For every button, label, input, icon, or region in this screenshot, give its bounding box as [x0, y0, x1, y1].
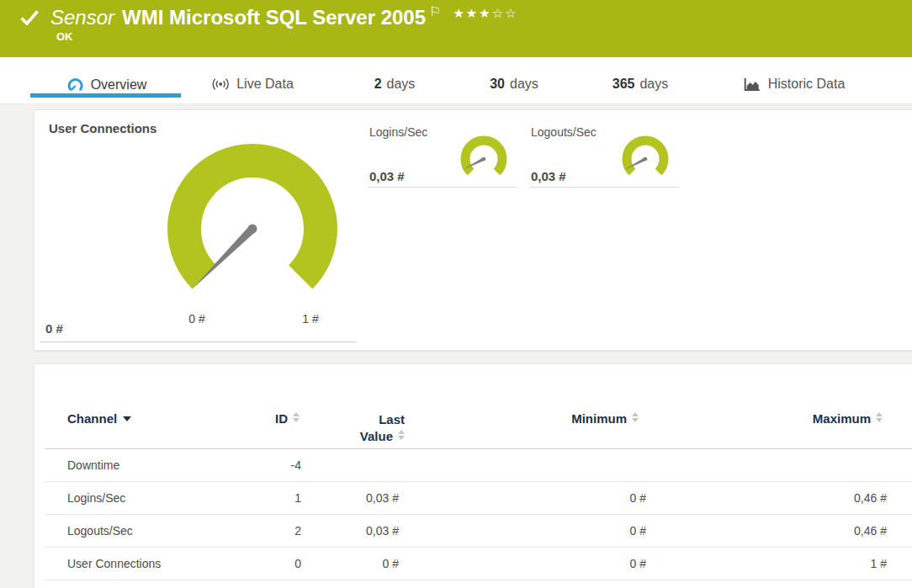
- cell-channel[interactable]: Logins/Sec: [67, 482, 125, 514]
- cell-id: 0: [294, 548, 301, 580]
- cell-channel[interactable]: Logouts/Sec: [67, 515, 133, 547]
- gauges-card: User Connections 0 # 1 # 0 # Logins/Sec …: [34, 109, 912, 351]
- tab-historic-data[interactable]: Historic Data: [744, 77, 846, 92]
- mini-gauge-value: 0,03 #: [369, 169, 405, 183]
- gauge-icon: [67, 77, 84, 93]
- cell-maximum: 1 #: [871, 548, 887, 580]
- logouts-sec-panel: Logouts/Sec 0,03 #: [530, 120, 679, 188]
- tab-label-strong: 365: [612, 77, 635, 92]
- column-header-label: Last: [379, 412, 405, 426]
- column-header-label: Value: [360, 429, 393, 443]
- user-connections-gauge: [164, 140, 341, 317]
- column-header-label: Maximum: [813, 411, 871, 426]
- divider: [40, 342, 357, 342]
- table-row-logouts-sec[interactable]: Logouts/Sec 2 0,03 # 0 # 0,46 #: [34, 515, 912, 548]
- mini-gauge-title: Logins/Sec: [369, 125, 427, 139]
- table-row-logins-sec[interactable]: Logins/Sec 1 0,03 # 0 # 0,46 #: [34, 482, 912, 515]
- cell-last-value: 0,03 #: [366, 482, 399, 514]
- cell-id: 1: [294, 482, 301, 514]
- cell-maximum: 0,46 #: [854, 482, 887, 514]
- sort-updown-icon: [876, 412, 883, 422]
- cell-last-value: 0 #: [383, 548, 399, 580]
- tab-label: Historic Data: [768, 77, 846, 92]
- tab-label: days: [387, 77, 416, 92]
- tab-overview[interactable]: Overview: [67, 77, 147, 93]
- tab-live-data[interactable]: Live Data: [211, 77, 294, 92]
- column-header-maximum[interactable]: Maximum: [813, 411, 883, 426]
- tab-bar: Overview Live Data 2 days 30 days: [0, 57, 912, 104]
- column-header-last-value[interactable]: Last Value: [360, 411, 405, 445]
- check-icon: [20, 10, 39, 29]
- logins-sec-panel: Logins/Sec 0,03 #: [369, 120, 517, 188]
- row-divider: [45, 580, 912, 580]
- main-gauge-value: 0 #: [45, 321, 63, 336]
- flag-icon[interactable]: ⚐: [429, 3, 441, 19]
- tab-label: days: [510, 77, 538, 92]
- active-tab-indicator: [30, 93, 181, 98]
- tab-label: Overview: [91, 77, 147, 93]
- sort-updown-icon: [398, 430, 405, 440]
- column-header-label: ID: [275, 411, 288, 426]
- logouts-sec-gauge: [620, 134, 671, 184]
- column-header-label: Channel: [67, 411, 117, 426]
- tab-30-days[interactable]: 30 days: [490, 77, 538, 92]
- live-broadcast-icon: [211, 77, 230, 91]
- area-chart-icon: [744, 77, 761, 92]
- cell-maximum: 0,46 #: [854, 515, 887, 547]
- table-row-downtime[interactable]: Downtime -4: [34, 449, 912, 482]
- column-header-minimum[interactable]: Minimum: [571, 411, 639, 426]
- main-gauge-title: User Connections: [49, 121, 156, 135]
- cell-minimum: 0 #: [630, 548, 646, 580]
- priority-stars[interactable]: ★★★☆☆: [453, 6, 517, 21]
- column-header-label: Minimum: [571, 411, 627, 426]
- table-row-user-connections[interactable]: User Connections 0 0 # 0 # 1 #: [34, 548, 912, 580]
- column-header-channel[interactable]: Channel: [67, 411, 131, 426]
- mini-gauge-value: 0,03 #: [531, 169, 566, 183]
- cell-id: -4: [291, 449, 301, 481]
- logins-sec-gauge: [459, 134, 509, 184]
- status-badge: OK: [56, 30, 73, 43]
- gauge-max-label: 1 #: [292, 312, 329, 326]
- cell-minimum: 0 #: [630, 482, 646, 514]
- sort-updown-icon: [293, 412, 300, 422]
- cell-channel[interactable]: Downtime: [67, 449, 119, 481]
- column-header-id[interactable]: ID: [275, 411, 300, 426]
- cell-last-value: 0,03 #: [366, 515, 399, 547]
- tab-2-days[interactable]: 2 days: [374, 77, 416, 92]
- sensor-header: Sensor WMI Microsoft SQL Server 2005 ⚐ ★…: [0, 0, 912, 57]
- mini-gauge-title: Logouts/Sec: [531, 125, 597, 139]
- sort-updown-icon: [632, 412, 639, 422]
- sort-caret-down-icon: [123, 416, 131, 421]
- tab-label-strong: 2: [374, 77, 382, 92]
- cell-minimum: 0 #: [630, 515, 646, 547]
- gauge-min-label: 0 #: [178, 312, 215, 326]
- tab-label: days: [639, 77, 668, 92]
- channels-table-card: Channel ID Last Value Minimum Maximum Do…: [34, 363, 912, 588]
- prtg-sensor-page: Sensor WMI Microsoft SQL Server 2005 ⚐ ★…: [0, 0, 912, 588]
- tab-label: Live Data: [236, 77, 294, 92]
- sensor-kicker: Sensor: [50, 5, 114, 30]
- tab-label-strong: 30: [490, 77, 505, 92]
- cell-id: 2: [294, 515, 301, 547]
- tab-365-days[interactable]: 365 days: [612, 77, 669, 92]
- sensor-title: WMI Microsoft SQL Server 2005: [122, 5, 426, 30]
- cell-channel[interactable]: User Connections: [67, 548, 161, 580]
